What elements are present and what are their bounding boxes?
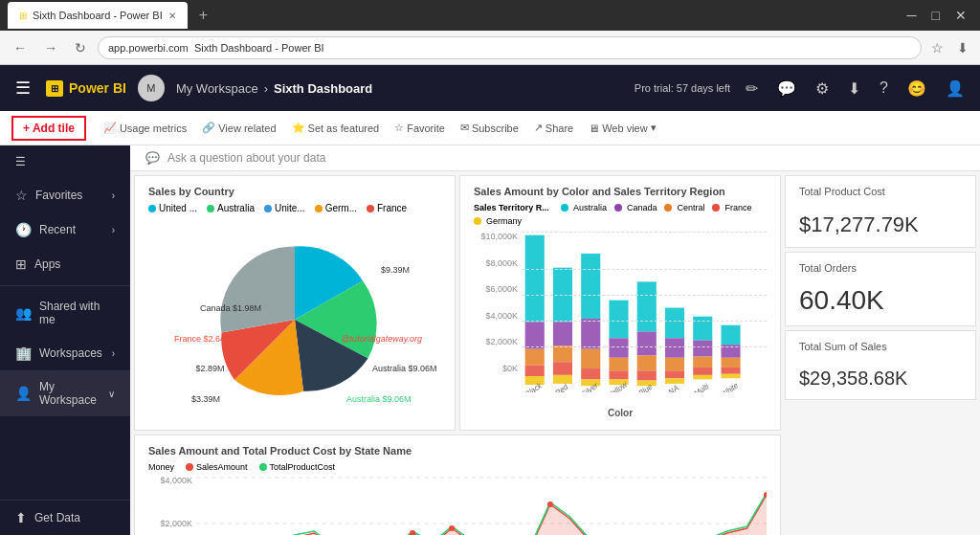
set-featured-button[interactable]: ⭐ Set as featured bbox=[286, 118, 386, 138]
sidebar-item-get-data[interactable]: ⬆ Get Data bbox=[0, 501, 130, 535]
svg-rect-25 bbox=[609, 370, 628, 379]
sidebar-item-my-workspace[interactable]: 👤 My Workspace ∨ bbox=[0, 370, 130, 416]
edit-icon[interactable]: ✏ bbox=[742, 78, 762, 100]
settings-icon[interactable]: ⚙ bbox=[812, 78, 833, 100]
subscribe-button[interactable]: ✉ Subscribe bbox=[455, 118, 524, 138]
sidebar-item-favorites[interactable]: ☆ Favorites › bbox=[0, 178, 130, 212]
legend-germany: Germany bbox=[474, 216, 522, 226]
window-restore-button[interactable]: □ bbox=[926, 6, 946, 25]
money-legend: Money bbox=[148, 462, 174, 472]
sidebar-item-apps[interactable]: ⊞ Apps bbox=[0, 247, 130, 281]
line-chart-area: $4,000K $2,000K $0K bbox=[148, 476, 767, 535]
dashboard-grid: Sales by Country United ... Australia Un… bbox=[130, 171, 980, 535]
line-y-axis: $4,000K $2,000K $0K bbox=[148, 476, 196, 535]
feedback-icon[interactable]: 😊 bbox=[903, 78, 930, 100]
workspaces-label: Workspaces bbox=[39, 346, 102, 360]
tile-total-product-cost: Total Product Cost $17,277.79K bbox=[785, 175, 976, 248]
view-related-button[interactable]: 🔗 View related bbox=[196, 118, 281, 138]
web-view-label: Web view bbox=[602, 123, 647, 134]
subscribe-label: Subscribe bbox=[472, 123, 519, 134]
sidebar-bottom: ⬆ Get Data bbox=[0, 500, 130, 535]
svg-rect-9 bbox=[525, 349, 545, 366]
legend-central: Central bbox=[664, 203, 704, 212]
new-tab-button[interactable]: + bbox=[195, 3, 212, 28]
download-icon[interactable]: ⬇ bbox=[953, 38, 972, 57]
logo-text: Power BI bbox=[69, 80, 126, 96]
link-icon: 🔗 bbox=[202, 122, 215, 134]
usage-metrics-button[interactable]: 📈 Usage metrics bbox=[98, 118, 192, 138]
workspace-link[interactable]: My Workspace bbox=[176, 81, 258, 96]
svg-text:Canada $1.98M: Canada $1.98M bbox=[200, 303, 261, 313]
bar-legend: Sales Territory R... Australia Canada Ce… bbox=[474, 203, 767, 226]
svg-rect-17 bbox=[581, 254, 600, 319]
svg-text:$3.39M: $3.39M bbox=[191, 394, 220, 404]
chevron-right-icon-3: › bbox=[112, 348, 115, 359]
svg-text:NA: NA bbox=[668, 383, 680, 392]
mail-icon: ✉ bbox=[460, 122, 469, 134]
forward-button[interactable]: → bbox=[38, 38, 63, 57]
power-bi-logo: ⊞ Power BI bbox=[46, 80, 126, 97]
clock-icon: 🕐 bbox=[15, 222, 32, 237]
svg-point-63 bbox=[410, 530, 415, 535]
usage-metrics-label: Usage metrics bbox=[120, 123, 187, 134]
line-chart-svg bbox=[196, 476, 767, 535]
sidebar-item-recent[interactable]: 🕐 Recent › bbox=[0, 212, 130, 247]
svg-rect-7 bbox=[525, 235, 545, 323]
svg-rect-22 bbox=[609, 301, 628, 339]
svg-rect-16 bbox=[553, 375, 572, 384]
tile-sales-by-country: Sales by Country United ... Australia Un… bbox=[134, 175, 456, 431]
svg-rect-8 bbox=[525, 322, 545, 348]
bookmark-icon[interactable]: ☆ bbox=[927, 38, 947, 57]
legend-item: United ... bbox=[148, 203, 197, 213]
kpi-label-orders: Total Orders bbox=[799, 262, 962, 274]
bar-chart-area: $10,000K $8,000K $6,000K $4,000K $2,000K… bbox=[474, 230, 767, 392]
tile-title-sales-state: Sales Amount and Total Product Cost by S… bbox=[148, 445, 767, 457]
dashboard-area: 💬 Ask a question about your data Sales b… bbox=[130, 145, 980, 535]
ask-bar[interactable]: 💬 Ask a question about your data bbox=[130, 145, 980, 171]
total-product-cost-legend: TotalProductCost bbox=[259, 462, 336, 472]
sidebar-item-workspaces[interactable]: 🏢 Workspaces › bbox=[0, 336, 130, 370]
tab-close-icon[interactable]: ✕ bbox=[168, 11, 176, 21]
share-button[interactable]: ↗ Share bbox=[528, 118, 579, 138]
window-close-button[interactable]: ✕ bbox=[949, 6, 972, 25]
download-topbar-icon[interactable]: ⬇ bbox=[844, 78, 864, 100]
browser-controls: ← → ↻ ☆ ⬇ bbox=[0, 31, 980, 65]
svg-text:Australia $9.06M: Australia $9.06M bbox=[346, 394, 412, 404]
comment-icon[interactable]: 💬 bbox=[773, 78, 800, 100]
sidebar-hamburger[interactable]: ☰ bbox=[0, 145, 130, 178]
svg-rect-18 bbox=[581, 319, 600, 349]
svg-text:White: White bbox=[720, 380, 739, 392]
legend-canada: Canada bbox=[614, 203, 657, 212]
add-tile-button[interactable]: + Add tile bbox=[11, 116, 86, 141]
pbi-grid-icon: ⊞ bbox=[46, 80, 63, 97]
sidebar-item-shared[interactable]: 👥 Shared with me bbox=[0, 290, 130, 336]
ask-icon: 💬 bbox=[145, 151, 160, 165]
svg-rect-42 bbox=[721, 325, 740, 345]
workspace-icon: 🏢 bbox=[15, 346, 32, 361]
window-minimize-button[interactable]: ─ bbox=[902, 6, 923, 25]
topbar: ☰ ⊞ Power BI M My Workspace › Sixth Dash… bbox=[0, 65, 980, 111]
breadcrumb-sep: › bbox=[264, 81, 268, 96]
pie-chart-svg: $9.39M Australia $9.06M $3.39M $2.89M Fr… bbox=[148, 219, 441, 420]
kpi-label-product-cost: Total Product Cost bbox=[799, 186, 962, 197]
favorite-button[interactable]: ☆ Favorite bbox=[389, 118, 451, 138]
svg-text:France $2.64M: France $2.64M bbox=[174, 334, 233, 344]
hamburger-icon[interactable]: ☰ bbox=[11, 74, 34, 102]
featured-icon: ⭐ bbox=[292, 122, 305, 134]
my-workspace-label: My Workspace bbox=[39, 380, 100, 407]
back-button[interactable]: ← bbox=[8, 38, 33, 57]
refresh-button[interactable]: ↻ bbox=[69, 38, 92, 57]
pie-legend: United ... Australia Unite... Germ... Fr… bbox=[148, 203, 441, 213]
help-icon[interactable]: ? bbox=[876, 78, 892, 99]
browser-tab[interactable]: ⊞ Sixth Dashboard - Power BI ✕ bbox=[8, 2, 188, 29]
address-bar[interactable] bbox=[98, 36, 922, 59]
y-axis: $10,000K $8,000K $6,000K $4,000K $2,000K… bbox=[474, 230, 522, 392]
svg-rect-39 bbox=[693, 357, 712, 368]
user-icon[interactable]: 👤 bbox=[942, 78, 969, 100]
svg-text:$2.89M: $2.89M bbox=[196, 364, 225, 373]
web-view-button[interactable]: 🖥 Web view ▾ bbox=[583, 118, 661, 138]
svg-text:$9.39M: $9.39M bbox=[381, 265, 410, 275]
svg-rect-23 bbox=[609, 338, 628, 357]
svg-text:Multi: Multi bbox=[693, 381, 709, 392]
sidebar: ☰ ☆ Favorites › 🕐 Recent › ⊞ Apps 👥 Shar… bbox=[0, 145, 130, 535]
